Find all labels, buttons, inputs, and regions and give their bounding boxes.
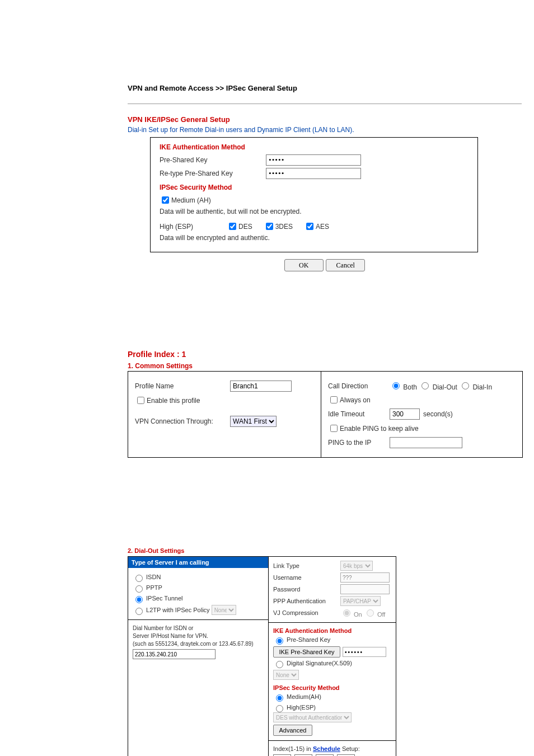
server-type-pptp[interactable]: PPTP <box>133 584 162 591</box>
call-direction-label: Call Direction <box>328 382 390 390</box>
ipsec-general-box: IKE Authentication Method Pre-Shared Key… <box>150 137 478 252</box>
profile-index-title: Profile Index : 1 <box>128 350 522 359</box>
ipsec-sec-method-header2: IPSec Security Method <box>273 684 391 691</box>
sec-high-radio[interactable]: High(ESP) <box>273 704 316 711</box>
ok-button[interactable]: OK <box>284 259 324 271</box>
ppp-auth-label: PPP Authentication <box>273 598 340 604</box>
dsig-select: None <box>273 670 299 680</box>
schedule-link[interactable]: Schedule <box>313 745 340 752</box>
breadcrumb: VPN and Remote Access >> IPSec General S… <box>128 84 522 92</box>
medium-ah-label: Medium (AH) <box>171 196 211 204</box>
dsig-radio[interactable]: Digital Signature(X.509) <box>273 660 352 666</box>
calldir-dialin[interactable]: Dial-In <box>459 381 492 391</box>
server-desc: Dial Number for ISDN or Server IP/Host N… <box>133 624 264 648</box>
ipsec-sec-method-header: IPSec Security Method <box>160 184 469 191</box>
always-on-checkbox[interactable] <box>330 396 338 403</box>
enable-ping-label: Enable PING to keep alive <box>340 425 419 433</box>
ike-auth-header: IKE Authentication Method <box>160 143 469 151</box>
idle-timeout-label: Idle Timeout <box>328 410 390 418</box>
advanced-button[interactable]: Advanced <box>273 725 312 736</box>
psk-label: Pre-Shared Key <box>160 156 266 164</box>
sched-label-pre: Index(1-15) in <box>273 745 313 752</box>
repsk-label: Re-type Pre-Shared Key <box>160 170 266 177</box>
sec-high-select: DES without Authentication <box>273 712 352 722</box>
profile-name-label: Profile Name <box>135 382 230 390</box>
always-on-label: Always on <box>340 396 371 404</box>
username-input <box>340 572 390 583</box>
enable-profile-label: Enable this profile <box>147 397 200 405</box>
enable-ping-checkbox[interactable] <box>330 425 338 432</box>
link-type-select: 64k bps <box>340 561 373 571</box>
common-settings-box: Profile Name Enable this profile VPN Con… <box>128 371 523 458</box>
tdes-label: 3DES <box>275 223 293 231</box>
repsk-input[interactable] <box>266 168 361 179</box>
high-desc: Data will be encrypted and authentic. <box>160 234 270 242</box>
dialout-type-header: Type of Server I am calling <box>128 557 268 568</box>
common-settings-header: 1. Common Settings <box>128 362 522 370</box>
divider <box>128 104 522 104</box>
ike-psk-display <box>343 647 386 657</box>
calldir-both[interactable]: Both <box>390 381 417 391</box>
vpn-through-select[interactable]: WAN1 First <box>230 416 277 427</box>
psk-radio[interactable]: Pre-Shared Key <box>273 636 330 643</box>
ppp-auth-select: PAP/CHAP <box>340 596 381 606</box>
password-input <box>340 584 390 594</box>
ping-ip-input[interactable] <box>390 437 462 448</box>
ping-ip-label: PING to the IP <box>328 439 390 447</box>
cancel-button[interactable]: Cancel <box>326 259 365 271</box>
calldir-dialout[interactable]: Dial-Out <box>419 381 457 391</box>
vj-label: VJ Compression <box>273 609 340 616</box>
ike-psk-button[interactable]: IKE Pre-Shared Key <box>273 646 340 658</box>
psk-input[interactable] <box>266 154 361 166</box>
vpn-through-label: VPN Connection Through: <box>135 417 230 425</box>
des-label: DES <box>238 223 252 231</box>
sched-label-post: Setup: <box>340 745 360 752</box>
idle-timeout-input[interactable] <box>390 408 420 420</box>
medium-desc: Data will be authentic, but will not be … <box>160 208 301 215</box>
profile-name-input[interactable] <box>230 381 292 392</box>
dialout-header: 2. Dial-Out Settings <box>128 547 395 554</box>
ipsec-general-desc: Dial-in Set up for Remote Dial-in users … <box>128 126 522 134</box>
server-address-input[interactable] <box>133 649 216 659</box>
l2tp-policy-select: None <box>212 605 236 615</box>
tdes-checkbox[interactable] <box>266 223 273 230</box>
password-label: Password <box>273 586 340 593</box>
ike-auth-method-header: IKE Authentication Method <box>273 627 391 634</box>
vj-off: Off <box>364 611 386 618</box>
username-label: Username <box>273 574 340 581</box>
server-type-ipsec[interactable]: IPSec Tunnel <box>133 595 183 602</box>
des-checkbox[interactable] <box>229 223 236 230</box>
aes-checkbox[interactable] <box>306 223 313 230</box>
medium-ah-checkbox[interactable] <box>162 196 169 204</box>
sec-medium-radio[interactable]: Medium(AH) <box>273 693 321 700</box>
enable-profile-checkbox[interactable] <box>137 397 144 404</box>
aes-label: AES <box>316 223 329 231</box>
link-type-label: Link Type <box>273 562 340 569</box>
server-type-isdn[interactable]: ISDN <box>133 574 161 580</box>
high-esp-label: High (ESP) <box>160 223 227 231</box>
idle-unit: second(s) <box>423 410 453 418</box>
server-type-l2tp[interactable]: L2TP with IPSec Policy <box>133 607 210 613</box>
vj-on: On <box>340 611 362 618</box>
ipsec-general-heading: VPN IKE/IPSec General Setup <box>128 115 522 124</box>
